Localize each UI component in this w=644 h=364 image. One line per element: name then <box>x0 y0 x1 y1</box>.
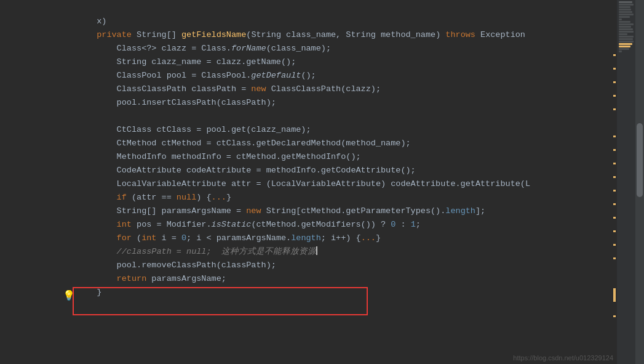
code-line: } <box>37 272 644 286</box>
code-line: ClassPool pool = ClassPool.getDefault(); <box>37 55 644 69</box>
lightbulb-icon[interactable]: 💡 <box>63 289 75 302</box>
minimap <box>617 0 635 364</box>
code-line-remove: pool.removeClassPath(classPath); <box>37 245 644 259</box>
code-line: String[] paramsArgsName = new String[ctM… <box>37 191 644 204</box>
change-marker <box>613 149 616 151</box>
change-marker <box>613 135 616 137</box>
change-indicators <box>613 0 616 364</box>
code-line: for (int i = 0; i < paramsArgsName.lengt… <box>37 218 644 232</box>
change-marker <box>613 68 616 70</box>
code-line-comment: //classPath = null; 这种方式是不能释放资源 <box>37 232 644 245</box>
change-marker <box>613 163 616 164</box>
code-line: Class<?> clazz = Class.forName(class_nam… <box>37 28 644 42</box>
code-line: private String[] getFieldsName(String cl… <box>37 15 644 28</box>
change-marker <box>613 108 616 110</box>
code-line: LocalVariableAttribute attr = (LocalVari… <box>37 164 644 177</box>
scrollbar-thumb[interactable] <box>637 123 643 197</box>
code-line: CodeAttribute codeAttribute = methodInfo… <box>37 150 644 164</box>
code-line: pool.insertClassPath(classPath); <box>37 83 644 96</box>
change-marker-block <box>613 288 616 302</box>
watermark: https://blog.csdn.net/u012329124 <box>513 354 613 362</box>
change-marker <box>613 81 616 83</box>
change-marker <box>613 176 616 178</box>
code-line: int pos = Modifier.isStatic(ctMethod.get… <box>37 204 644 218</box>
line-numbers <box>0 0 31 364</box>
code-line: MethodInfo methodInfo = ctMethod.getMeth… <box>37 137 644 150</box>
vertical-scrollbar[interactable] <box>635 0 644 364</box>
code-line: String clazz_name = clazz.getName(); <box>37 42 644 55</box>
change-marker <box>613 95 616 97</box>
change-marker <box>613 217 616 219</box>
change-marker <box>613 54 616 56</box>
highlight-box <box>73 287 368 315</box>
code-line: CtClass ctClass = pool.get(clazz_name); <box>37 110 644 123</box>
code-line: CtMethod ctMethod = ctClass.getDeclaredM… <box>37 123 644 137</box>
code-line: x) <box>37 1 644 15</box>
change-marker <box>613 315 616 317</box>
code-line: ClassClassPath classPath = new ClassClas… <box>37 69 644 83</box>
change-marker <box>613 190 616 192</box>
code-line <box>37 96 644 110</box>
code-content: 💡 x) private String[] getFieldsName(Stri… <box>31 0 644 364</box>
code-editor: 💡 x) private String[] getFieldsName(Stri… <box>0 0 644 364</box>
code-line: if (attr == null) {...} <box>37 177 644 191</box>
change-marker <box>613 203 616 205</box>
